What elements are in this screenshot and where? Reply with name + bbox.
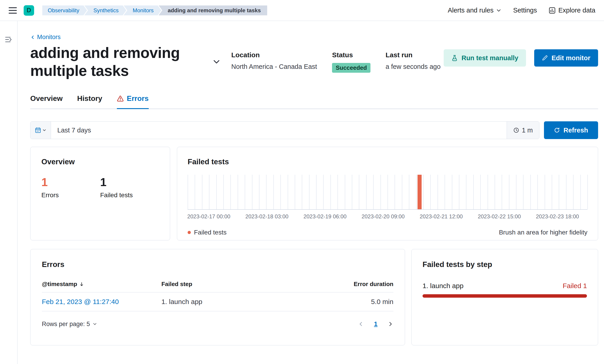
- chart-gridline: [295, 175, 295, 209]
- chart-gridline: [188, 175, 188, 209]
- tab-history[interactable]: History: [77, 94, 102, 109]
- legend-item-failed-tests[interactable]: Failed tests: [188, 229, 226, 236]
- chart-gridline: [509, 175, 509, 209]
- chart-gridline: [302, 175, 302, 209]
- chart-gridline: [223, 175, 224, 209]
- timestamp-column-label: @timestamp: [42, 281, 77, 288]
- beaker-icon: [452, 55, 458, 61]
- chart-gridline: [309, 175, 310, 209]
- edit-monitor-label: Edit monitor: [552, 54, 590, 62]
- warning-icon: [117, 95, 124, 102]
- refresh-interval-control[interactable]: 1 m: [507, 121, 539, 139]
- table-row: Feb 21, 2023 @ 11:27:40 1. launch app 5.…: [42, 292, 393, 311]
- tab-history-label: History: [77, 94, 102, 103]
- breadcrumb-synthetics[interactable]: Synthetics: [84, 5, 126, 15]
- date-quick-select-button[interactable]: [30, 121, 51, 139]
- column-header-failed-step: Failed step: [162, 281, 330, 288]
- stat-failed-tests-label: Failed tests: [100, 192, 159, 199]
- pencil-icon: [542, 55, 548, 61]
- chart-gridline: [573, 175, 574, 209]
- stat-failed-tests: 1 Failed tests: [100, 177, 159, 199]
- chart-gridline: [345, 175, 345, 209]
- breadcrumb-monitors[interactable]: Monitors: [124, 5, 161, 15]
- chart-gridline: [552, 175, 552, 209]
- x-axis-tick-label: 2023-02-22 15:00: [478, 213, 521, 220]
- monitor-meta: Location North America - Canada East Sta…: [231, 44, 440, 73]
- chart-gridline: [587, 175, 588, 209]
- chart-gridline: [359, 175, 359, 209]
- chart-gridline: [580, 175, 581, 209]
- back-to-monitors-link[interactable]: Monitors: [30, 34, 61, 41]
- chart-gridline: [488, 175, 488, 209]
- explore-data-label: Explore data: [558, 7, 595, 14]
- last-run-value: a few seconds ago: [385, 63, 440, 71]
- previous-page-icon[interactable]: [358, 321, 364, 327]
- chart-gridline: [388, 175, 388, 209]
- chart-gridline: [330, 175, 331, 209]
- stat-errors: 1 Errors: [41, 177, 100, 199]
- x-axis-tick-label: 2023-02-17 00:00: [187, 213, 230, 220]
- next-page-icon[interactable]: [388, 321, 393, 327]
- run-test-manually-button[interactable]: Run test manually: [444, 49, 526, 67]
- chart-gridline: [445, 175, 445, 209]
- chevron-down-icon: [42, 128, 46, 132]
- monitor-select-chevron-down-icon[interactable]: [213, 58, 220, 66]
- edit-monitor-button[interactable]: Edit monitor: [534, 49, 598, 67]
- overview-panel-title: Overview: [41, 158, 159, 166]
- chart-gridline: [230, 175, 231, 209]
- meta-last-run: Last run a few seconds ago: [385, 51, 440, 73]
- failed-tests-plot[interactable]: [188, 175, 587, 210]
- chart-gridline: [559, 175, 559, 209]
- chart-gridline: [430, 175, 431, 209]
- brush-hint: Brush an area for higher fidelity: [499, 229, 587, 236]
- chart-gridline: [238, 175, 238, 209]
- x-axis-tick-label: 2023-02-21 12:00: [420, 213, 463, 220]
- nav-expand-icon[interactable]: [5, 36, 13, 364]
- chart-gridline: [323, 175, 324, 209]
- errors-panel-title: Errors: [42, 260, 393, 269]
- refresh-button[interactable]: Refresh: [544, 121, 598, 139]
- column-header-timestamp[interactable]: @timestamp: [42, 281, 162, 288]
- back-link-label: Monitors: [37, 34, 61, 41]
- explore-data-link[interactable]: Explore data: [549, 7, 595, 14]
- chart-gridline: [516, 175, 516, 209]
- status-label: Status: [332, 51, 370, 59]
- failed-tests-bar[interactable]: [417, 175, 422, 209]
- alerts-and-rules-menu[interactable]: Alerts and rules: [448, 7, 502, 14]
- top-header: D Observability Synthetics Monitors addi…: [0, 0, 604, 21]
- chart-gridline: [266, 175, 266, 209]
- rows-per-page-select[interactable]: Rows per page: 5: [42, 321, 97, 328]
- chart-gridline: [245, 175, 245, 209]
- monitor-tabs: Overview History Errors: [30, 94, 598, 109]
- tab-overview-label: Overview: [30, 94, 63, 103]
- chart-gridline: [273, 175, 274, 209]
- chart-gridline: [530, 175, 531, 209]
- error-duration-column-label: Error duration: [354, 281, 393, 288]
- tab-overview[interactable]: Overview: [30, 94, 63, 109]
- column-header-error-duration: Error duration: [330, 281, 393, 288]
- chart-gridline: [195, 175, 195, 209]
- calendar-icon: [35, 127, 41, 133]
- chart-gridline: [423, 175, 424, 209]
- chart-gridline: [495, 175, 495, 209]
- breadcrumb-observability[interactable]: Observability: [42, 5, 87, 15]
- space-avatar[interactable]: D: [24, 5, 34, 16]
- chart-gridline: [438, 175, 438, 209]
- date-range-value[interactable]: Last 7 days: [57, 127, 91, 134]
- chart-gridline: [209, 175, 209, 209]
- chart-gridline: [452, 175, 452, 209]
- x-axis-ticks: 2023-02-17 00:002023-02-18 03:002023-02-…: [188, 213, 587, 221]
- settings-link[interactable]: Settings: [513, 7, 537, 14]
- tab-errors[interactable]: Errors: [117, 94, 149, 109]
- rows-per-page-label: Rows per page: 5: [42, 321, 90, 328]
- step-row: 1. launch app Failed 1: [423, 282, 587, 290]
- menu-icon[interactable]: [9, 7, 17, 14]
- page-number-1[interactable]: 1: [374, 320, 378, 328]
- error-timestamp-link[interactable]: Feb 21, 2023 @ 11:27:40: [42, 298, 119, 305]
- stat-failed-tests-value: 1: [100, 177, 159, 188]
- chart-gridline: [566, 175, 566, 209]
- chart-gridline: [480, 175, 481, 209]
- step-failed-count: Failed 1: [563, 282, 587, 290]
- failed-step-cell: 1. launch app: [162, 298, 330, 306]
- explore-data-icon: [549, 7, 555, 14]
